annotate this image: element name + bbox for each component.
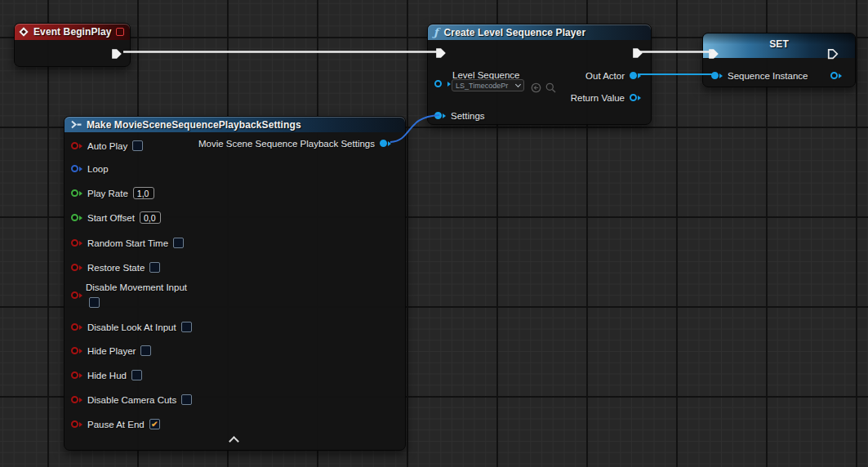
- out-actor-output-pin[interactable]: [630, 72, 641, 79]
- sequence-instance-input-pin[interactable]: [711, 72, 723, 79]
- bool-input-pin[interactable]: [71, 396, 82, 403]
- pause-at-end-checkbox[interactable]: ✔: [149, 419, 160, 429]
- pin-label: Loop: [87, 164, 109, 174]
- pin-row-pause-at-end: Pause At End ✔: [71, 418, 160, 430]
- random-start-time-checkbox[interactable]: [173, 238, 184, 248]
- pin-label: Disable Camera Cuts: [87, 395, 176, 405]
- node-header[interactable]: Event BeginPlay: [15, 24, 130, 40]
- collapse-node-chevron[interactable]: [229, 436, 239, 447]
- restore-state-checkbox[interactable]: [149, 262, 160, 273]
- hide-player-checkbox[interactable]: [140, 345, 151, 356]
- bool-input-pin[interactable]: [71, 420, 82, 428]
- settings-input-pin[interactable]: [434, 112, 446, 119]
- settings-input-row: Settings: [434, 109, 485, 122]
- bool-input-pin[interactable]: [71, 323, 82, 331]
- exec-input-pin[interactable]: [708, 47, 719, 60]
- pin-label-output: Movie Scene Sequence Playback Settings: [198, 139, 375, 149]
- bool-input-pin[interactable]: [71, 142, 82, 149]
- pin-row-hide-hud: Hide Hud: [71, 369, 142, 381]
- playback-settings-output-pin[interactable]: [380, 140, 391, 147]
- struct-input-pin[interactable]: [71, 165, 82, 172]
- pin-label: Pause At End: [87, 420, 145, 429]
- start-offset-field[interactable]: [140, 211, 161, 224]
- float-input-pin[interactable]: [71, 189, 82, 197]
- use-selected-asset-icon[interactable]: [531, 82, 541, 94]
- bool-input-pin[interactable]: [71, 264, 82, 271]
- pin-label: Start Offset: [87, 213, 135, 223]
- hide-hud-checkbox[interactable]: [131, 370, 142, 380]
- node-set-variable[interactable]: SET Sequence Instance: [702, 33, 856, 87]
- bool-input-pin[interactable]: [71, 239, 82, 247]
- play-rate-field[interactable]: [133, 187, 154, 199]
- pin-label: Play Rate: [87, 189, 128, 198]
- dropdown-value: LS_TimecodePr: [456, 82, 511, 90]
- level-sequence-asset-dropdown[interactable]: LS_TimecodePr: [452, 79, 524, 91]
- exec-output-pin[interactable]: [827, 47, 839, 60]
- bool-input-pin[interactable]: [71, 291, 82, 299]
- exec-output-pin[interactable]: [111, 48, 122, 60]
- node-make-moviescene-playback-settings[interactable]: Make MovieSceneSequencePlaybackSettings …: [64, 116, 406, 451]
- pin-row-hide-player: Hide Player: [71, 345, 151, 357]
- pin-label-return-value: Return Value: [571, 93, 625, 103]
- browse-asset-magnifier-icon[interactable]: [545, 82, 556, 94]
- event-diamond-icon: [19, 27, 28, 36]
- node-header[interactable]: Make MovieSceneSequencePlaybackSettings: [65, 117, 405, 132]
- pin-label: Auto Play: [87, 141, 127, 151]
- pin-row-disable-look-at-input: Disable Look At Input: [71, 321, 192, 333]
- pin-row-disable-camera-cuts: Disable Camera Cuts: [71, 394, 192, 406]
- struct-output-row: Movie Scene Sequence Playback Settings: [198, 137, 391, 149]
- node-header[interactable]: ƒ Create Level Sequence Player: [428, 24, 651, 40]
- pin-label: Hide Player: [87, 346, 136, 356]
- exec-output-pin[interactable]: [632, 47, 643, 59]
- pin-row-start-offset: Start Offset: [71, 211, 161, 224]
- pin-label-disable-movement-input: Disable Movement Input: [86, 282, 187, 292]
- bool-input-pin[interactable]: [71, 371, 82, 379]
- pin-row-random-start-time: Random Start Time: [71, 237, 184, 249]
- pin-row-auto-play: Auto Play: [71, 140, 143, 152]
- pin-row-loop: Loop: [71, 162, 109, 175]
- exec-input-pin[interactable]: [435, 47, 447, 59]
- node-create-level-sequence-player[interactable]: ƒ Create Level Sequence Player Level Seq…: [427, 24, 652, 125]
- blueprint-canvas[interactable]: Event BeginPlay ƒ Create Level Sequence …: [0, 0, 868, 467]
- disable-movement-input-checkbox[interactable]: [89, 297, 100, 308]
- pin-label-settings: Settings: [451, 111, 485, 121]
- bool-input-pin[interactable]: [71, 347, 82, 354]
- return-value-row: Return Value: [571, 91, 641, 104]
- function-icon: ƒ: [434, 26, 438, 38]
- disable-look-at-input-checkbox[interactable]: [181, 322, 192, 332]
- pin-label: Disable Look At Input: [87, 322, 176, 332]
- chevron-down-icon: [515, 82, 521, 87]
- pin-row-play-rate: Play Rate: [71, 187, 154, 199]
- pin-label-sequence-instance: Sequence Instance: [728, 71, 808, 81]
- pin-label: Restore State: [87, 263, 145, 273]
- level-sequence-input-pin[interactable]: [434, 78, 451, 90]
- pin-label-out-actor: Out Actor: [585, 71, 625, 81]
- return-value-output-pin[interactable]: [630, 94, 641, 101]
- node-title: Create Level Sequence Player: [444, 27, 586, 38]
- out-actor-row: Out Actor: [585, 69, 641, 82]
- auto-play-checkbox[interactable]: [132, 140, 143, 151]
- pin-row-restore-state: Restore State: [71, 261, 160, 274]
- float-input-pin[interactable]: [71, 214, 82, 221]
- node-title: Event BeginPlay: [33, 26, 112, 38]
- disable-camera-cuts-checkbox[interactable]: [181, 394, 192, 405]
- sequence-instance-output-pin[interactable]: [830, 69, 842, 82]
- node-event-beginplay[interactable]: Event BeginPlay: [14, 23, 131, 67]
- make-struct-icon: [70, 118, 82, 132]
- pin-label: Hide Hud: [87, 371, 127, 380]
- sequence-instance-row: Sequence Instance: [711, 69, 808, 82]
- delegate-pin-icon[interactable]: [116, 28, 124, 36]
- node-title: Make MovieSceneSequencePlaybackSettings: [87, 119, 301, 131]
- pin-label: Random Start Time: [87, 238, 168, 248]
